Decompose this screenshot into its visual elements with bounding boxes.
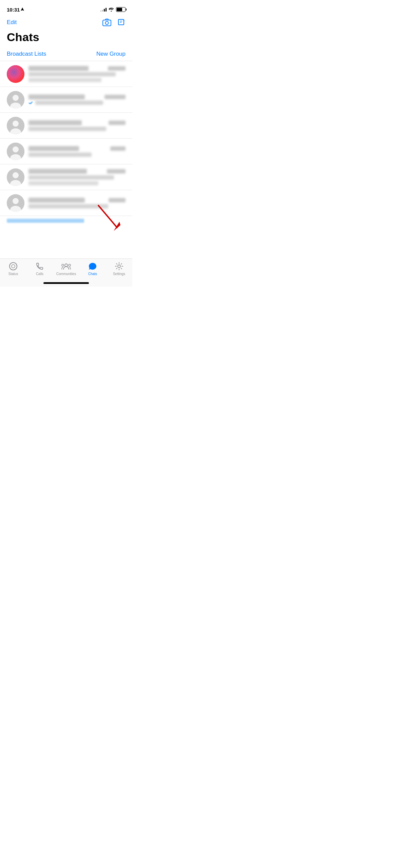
chat-preview-3 bbox=[28, 127, 106, 131]
chat-time-4 bbox=[110, 146, 126, 151]
calls-tab-icon bbox=[36, 262, 44, 270]
chat-time-1 bbox=[108, 66, 126, 71]
chat-preview-5a bbox=[28, 175, 114, 180]
chat-preview-row-2 bbox=[28, 101, 126, 105]
avatar-1 bbox=[7, 65, 24, 83]
chat-name-3 bbox=[28, 120, 82, 125]
avatar-svg-3 bbox=[7, 117, 24, 134]
status-icon bbox=[9, 261, 18, 271]
avatar-svg-6 bbox=[7, 194, 24, 212]
communities-icon bbox=[61, 261, 71, 271]
svg-point-24 bbox=[62, 264, 64, 266]
header: Edit bbox=[0, 17, 132, 29]
camera-button[interactable] bbox=[102, 19, 111, 26]
compose-button[interactable] bbox=[117, 18, 126, 26]
status-icons bbox=[100, 7, 126, 12]
settings-icon bbox=[115, 261, 123, 271]
avatar-svg-5 bbox=[7, 168, 24, 186]
svg-point-1 bbox=[106, 21, 109, 24]
svg-point-11 bbox=[13, 146, 19, 152]
tab-item-communities[interactable]: Communities bbox=[54, 261, 79, 276]
avatar-svg-2 bbox=[7, 91, 24, 109]
chat-preview-1b bbox=[28, 78, 101, 82]
tab-item-chats[interactable]: Chats bbox=[80, 261, 105, 276]
status-tab-icon bbox=[9, 262, 18, 271]
red-arrow bbox=[95, 202, 122, 234]
location-arrow-icon bbox=[21, 7, 24, 12]
svg-point-26 bbox=[118, 265, 120, 268]
avatar-4 bbox=[7, 143, 24, 160]
chat-name-6 bbox=[28, 198, 85, 203]
arrow-svg bbox=[95, 202, 122, 233]
new-group-button[interactable]: New Group bbox=[96, 51, 126, 57]
chat-info-2 bbox=[28, 94, 126, 105]
status-time: 10:31 bbox=[7, 7, 24, 13]
settings-tab-icon bbox=[115, 262, 123, 271]
avatar-2 bbox=[7, 91, 24, 109]
avatar-3 bbox=[7, 117, 24, 134]
chat-item-1[interactable] bbox=[0, 61, 132, 87]
tab-item-settings[interactable]: Settings bbox=[107, 261, 132, 276]
chat-preview-1a bbox=[28, 72, 116, 76]
chat-name-row-5 bbox=[28, 169, 126, 174]
svg-point-17 bbox=[13, 198, 19, 204]
avatar-image-1 bbox=[7, 65, 24, 83]
action-row: Broadcast Lists New Group bbox=[0, 48, 132, 61]
chat-preview-2 bbox=[35, 101, 103, 105]
edit-button[interactable]: Edit bbox=[7, 19, 17, 26]
chat-time-5 bbox=[107, 169, 126, 174]
time-display: 10:31 bbox=[7, 7, 20, 13]
chats-tab-icon bbox=[88, 262, 97, 270]
chat-name-2 bbox=[28, 94, 85, 100]
status-bar: 10:31 bbox=[0, 0, 132, 17]
svg-marker-20 bbox=[114, 222, 120, 231]
chat-name-row-1 bbox=[28, 66, 126, 71]
communities-tab-label: Communities bbox=[56, 272, 76, 276]
svg-point-3 bbox=[7, 65, 24, 83]
calls-icon bbox=[36, 261, 44, 271]
status-tab-label: Status bbox=[8, 272, 18, 276]
chat-preview-5b bbox=[28, 181, 98, 185]
chats-tab-label: Chats bbox=[88, 272, 97, 276]
svg-point-21 bbox=[9, 263, 17, 270]
signal-icon bbox=[100, 7, 107, 12]
blue-highlight-bar bbox=[7, 219, 84, 223]
chat-item-5[interactable] bbox=[0, 164, 132, 190]
chat-preview-4 bbox=[28, 152, 92, 157]
chat-name-5 bbox=[28, 169, 87, 174]
avatar-5 bbox=[7, 168, 24, 186]
settings-tab-label: Settings bbox=[113, 272, 125, 276]
svg-point-23 bbox=[65, 264, 68, 267]
svg-point-25 bbox=[69, 264, 71, 266]
tab-item-calls[interactable]: Calls bbox=[27, 261, 52, 276]
avatar-svg-4 bbox=[7, 143, 24, 160]
svg-point-22 bbox=[12, 265, 15, 268]
chat-info-4 bbox=[28, 146, 126, 157]
page-title: Chats bbox=[0, 29, 132, 48]
chat-item-2[interactable] bbox=[0, 87, 132, 113]
chat-time-3 bbox=[109, 121, 126, 125]
svg-point-5 bbox=[13, 95, 19, 101]
chat-item-3[interactable] bbox=[0, 113, 132, 139]
broadcast-lists-button[interactable]: Broadcast Lists bbox=[7, 51, 46, 57]
svg-point-14 bbox=[13, 172, 19, 178]
svg-rect-2 bbox=[118, 19, 124, 25]
chat-info-1 bbox=[28, 66, 126, 82]
camera-icon bbox=[102, 19, 111, 26]
communities-tab-icon bbox=[61, 262, 71, 270]
avatar-6 bbox=[7, 194, 24, 212]
chat-name-row-4 bbox=[28, 146, 126, 151]
wifi-icon bbox=[109, 7, 114, 12]
battery-icon bbox=[116, 7, 126, 12]
home-indicator bbox=[43, 282, 89, 284]
svg-point-8 bbox=[13, 121, 19, 127]
chat-item-4[interactable] bbox=[0, 139, 132, 164]
chats-icon bbox=[88, 261, 97, 271]
svg-rect-0 bbox=[103, 20, 111, 26]
chat-time-6 bbox=[109, 198, 126, 202]
calls-tab-label: Calls bbox=[36, 272, 43, 276]
header-icons bbox=[102, 18, 126, 26]
tab-item-status[interactable]: Status bbox=[1, 261, 26, 276]
chat-name-row-2 bbox=[28, 94, 126, 100]
chat-time-2 bbox=[104, 95, 126, 99]
